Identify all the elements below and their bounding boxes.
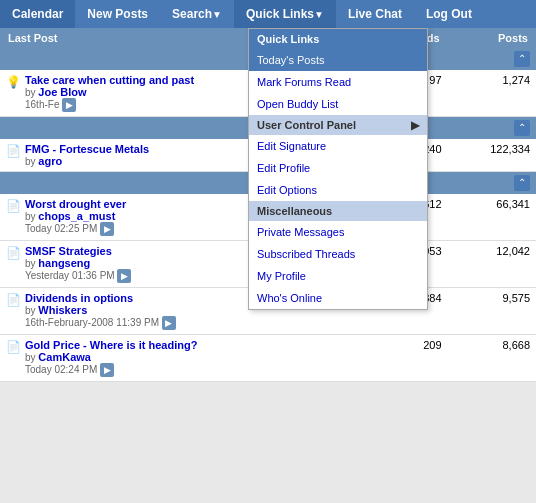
menu-section-ucp: User Control Panel ▶ xyxy=(249,115,427,135)
forum-author-link-5[interactable]: Whiskers xyxy=(38,304,87,316)
forum-author-link-4[interactable]: hangseng xyxy=(38,257,90,269)
table-row: 📄 Gold Price - Where is it heading? by C… xyxy=(0,335,536,382)
menu-item-whos-online[interactable]: Who's Online xyxy=(249,287,427,309)
nav-new-posts[interactable]: New Posts xyxy=(75,0,160,28)
menu-item-private-messages[interactable]: Private Messages xyxy=(249,221,427,243)
forum-author-link-1[interactable]: Joe Blow xyxy=(38,86,86,98)
posts-count-1: 1,274 xyxy=(448,70,536,117)
forum-link-1[interactable]: Take care when cutting and past xyxy=(25,74,194,86)
forum-icon-2: 📄 xyxy=(6,144,21,158)
threads-count-6: 209 xyxy=(347,335,447,382)
collapse-section-3[interactable]: ⌃ xyxy=(514,175,530,191)
nav-quick-links[interactable]: Quick Links xyxy=(234,0,336,28)
menu-item-subscribed-threads[interactable]: Subscribed Threads xyxy=(249,243,427,265)
posts-count-4: 12,042 xyxy=(448,241,536,288)
forum-icon-3: 📄 xyxy=(6,199,21,213)
collapse-section-2[interactable]: ⌃ xyxy=(514,120,530,136)
forum-link-5[interactable]: Dividends in options xyxy=(25,292,133,304)
forum-icon-1: 💡 xyxy=(6,75,21,89)
nav-live-chat[interactable]: Live Chat xyxy=(336,0,414,28)
menu-section-misc: Miscellaneous xyxy=(249,201,427,221)
forum-author-link-3[interactable]: chops_a_must xyxy=(38,210,115,222)
posts-count-3: 66,341 xyxy=(448,194,536,241)
go-btn-3[interactable]: ▶ xyxy=(100,222,114,236)
posts-count-2: 122,334 xyxy=(448,139,536,172)
go-btn-1[interactable]: ▶ xyxy=(62,98,76,112)
header-posts: Posts xyxy=(448,28,536,48)
forum-by-6: by CamKawa xyxy=(25,351,341,363)
go-btn-5[interactable]: ▶ xyxy=(162,316,176,330)
forum-link-4[interactable]: SMSF Strategies xyxy=(25,245,112,257)
forum-author-link-6[interactable]: CamKawa xyxy=(38,351,91,363)
nav-log-out[interactable]: Log Out xyxy=(414,0,484,28)
menu-item-open-buddy-list[interactable]: Open Buddy List xyxy=(249,93,427,115)
forum-icon-6: 📄 xyxy=(6,340,21,354)
menu-item-edit-signature[interactable]: Edit Signature xyxy=(249,135,427,157)
go-btn-6[interactable]: ▶ xyxy=(100,363,114,377)
nav-search[interactable]: Search xyxy=(160,0,234,28)
forum-icon-4: 📄 xyxy=(6,246,21,260)
menu-item-mark-forums-read[interactable]: Mark Forums Read xyxy=(249,71,427,93)
ucp-arrow: ▶ xyxy=(411,119,419,132)
posts-count-6: 8,668 xyxy=(448,335,536,382)
collapse-section-1[interactable]: ⌃ xyxy=(514,51,530,67)
menu-item-edit-profile[interactable]: Edit Profile xyxy=(249,157,427,179)
last-post-6: Today 02:24 PM ▶ xyxy=(25,363,341,377)
posts-count-5: 9,575 xyxy=(448,288,536,335)
top-nav: Calendar New Posts Search Quick Links Li… xyxy=(0,0,536,28)
nav-calendar[interactable]: Calendar xyxy=(0,0,75,28)
menu-item-todays-posts[interactable]: Today's Posts xyxy=(249,49,427,71)
forum-link-2[interactable]: FMG - Fortescue Metals xyxy=(25,143,149,155)
forum-link-3[interactable]: Worst drought ever xyxy=(25,198,126,210)
go-btn-4[interactable]: ▶ xyxy=(117,269,131,283)
last-post-5: 16th-February-2008 11:39 PM ▶ xyxy=(25,316,341,330)
forum-link-6[interactable]: Gold Price - Where is it heading? xyxy=(25,339,197,351)
forum-icon-5: 📄 xyxy=(6,293,21,307)
dropdown-title: Quick Links xyxy=(249,29,427,49)
quick-links-dropdown: Quick Links Today's Posts Mark Forums Re… xyxy=(248,28,428,310)
menu-item-edit-options[interactable]: Edit Options xyxy=(249,179,427,201)
menu-item-my-profile[interactable]: My Profile xyxy=(249,265,427,287)
forum-author-link-2[interactable]: agro xyxy=(38,155,62,167)
